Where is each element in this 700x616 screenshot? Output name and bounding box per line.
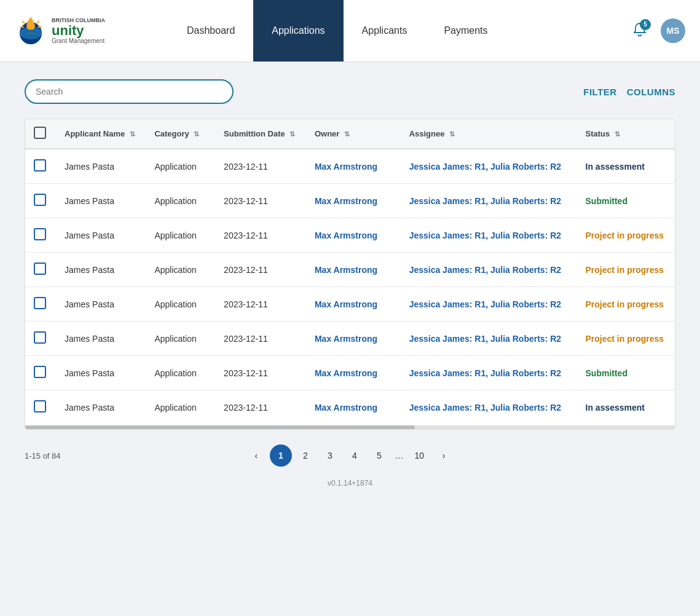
owner-link[interactable]: Max Armstrong bbox=[315, 368, 377, 378]
row-assignee[interactable]: Jessica James: R1, Julia Roberts: R2 bbox=[401, 287, 577, 322]
assignee-link[interactable]: Jessica James: R1, Julia Roberts: R2 bbox=[409, 368, 561, 378]
page-3-button[interactable]: 3 bbox=[319, 444, 341, 467]
row-checkbox[interactable] bbox=[34, 400, 46, 413]
owner-link[interactable]: Max Armstrong bbox=[315, 403, 377, 413]
row-checkbox[interactable] bbox=[34, 194, 46, 206]
filter-button[interactable]: FILTER bbox=[583, 87, 616, 97]
page-5-button[interactable]: 5 bbox=[368, 444, 390, 467]
row-checkbox[interactable] bbox=[34, 263, 46, 275]
notification-bell-button[interactable]: 5 bbox=[629, 19, 651, 43]
header-right: 5 MS bbox=[629, 18, 685, 43]
row-checkbox[interactable] bbox=[34, 159, 46, 172]
row-owner[interactable]: Max Armstrong bbox=[306, 253, 401, 287]
version-footer: v0.1.14+1874 bbox=[25, 479, 675, 488]
logo-text: BRITISH COLUMBIA unity Grant Management bbox=[52, 17, 105, 44]
scroll-thumb[interactable] bbox=[25, 425, 415, 429]
row-owner[interactable]: Max Armstrong bbox=[306, 390, 401, 425]
search-input[interactable] bbox=[25, 79, 234, 104]
main-content: FILTER COLUMNS Applicant Name ⇅ Category… bbox=[0, 62, 700, 505]
row-owner[interactable]: Max Armstrong bbox=[306, 322, 401, 356]
toolbar: FILTER COLUMNS bbox=[25, 79, 675, 104]
nav-applicants[interactable]: Applicants bbox=[344, 0, 426, 61]
status-badge: Submitted bbox=[586, 368, 627, 378]
status-badge: Project in progress bbox=[586, 265, 664, 275]
row-status: Project in progress bbox=[577, 322, 675, 356]
owner-link[interactable]: Max Armstrong bbox=[315, 299, 377, 309]
row-assignee[interactable]: Jessica James: R1, Julia Roberts: R2 bbox=[401, 149, 577, 184]
row-assignee[interactable]: Jessica James: R1, Julia Roberts: R2 bbox=[401, 184, 577, 218]
sort-name-icon: ⇅ bbox=[130, 130, 135, 138]
row-assignee[interactable]: Jessica James: R1, Julia Roberts: R2 bbox=[401, 356, 577, 390]
page-1-button[interactable]: 1 bbox=[270, 444, 292, 467]
row-checkbox-cell bbox=[25, 149, 56, 184]
row-category: Application bbox=[146, 253, 215, 287]
page-4-button[interactable]: 4 bbox=[344, 444, 366, 467]
row-checkbox-cell bbox=[25, 253, 56, 287]
owner-link[interactable]: Max Armstrong bbox=[315, 265, 377, 275]
pagination-row: 1-15 of 84 ‹ 1 2 3 4 5 ... 10 › bbox=[25, 444, 675, 467]
owner-link[interactable]: Max Armstrong bbox=[315, 162, 377, 172]
select-all-checkbox[interactable] bbox=[34, 127, 46, 139]
col-submission-date[interactable]: Submittion Date ⇅ bbox=[215, 119, 306, 149]
status-badge: Submitted bbox=[586, 196, 627, 206]
nav-dashboard[interactable]: Dashboard bbox=[168, 0, 253, 61]
assignee-link[interactable]: Jessica James: R1, Julia Roberts: R2 bbox=[409, 162, 561, 172]
col-applicant-name[interactable]: Applicant Name ⇅ bbox=[56, 119, 146, 149]
owner-link[interactable]: Max Armstrong bbox=[315, 334, 377, 344]
row-date: 2023-12-11 bbox=[215, 287, 306, 322]
page-10-button[interactable]: 10 bbox=[408, 444, 430, 467]
row-date: 2023-12-11 bbox=[215, 253, 306, 287]
row-owner[interactable]: Max Armstrong bbox=[306, 287, 401, 322]
row-assignee[interactable]: Jessica James: R1, Julia Roberts: R2 bbox=[401, 390, 577, 425]
row-owner[interactable]: Max Armstrong bbox=[306, 218, 401, 253]
row-date: 2023-12-11 bbox=[215, 356, 306, 390]
table-row: James Pasta Application 2023-12-11 Max A… bbox=[25, 390, 675, 425]
row-status: In assessment bbox=[577, 149, 675, 184]
assignee-link[interactable]: Jessica James: R1, Julia Roberts: R2 bbox=[409, 334, 561, 344]
svg-line-6 bbox=[22, 21, 25, 24]
table-header: Applicant Name ⇅ Category ⇅ Submittion D… bbox=[25, 119, 675, 149]
applications-table: Applicant Name ⇅ Category ⇅ Submittion D… bbox=[25, 119, 675, 430]
row-category: Application bbox=[146, 322, 215, 356]
columns-button[interactable]: COLUMNS bbox=[627, 87, 675, 97]
status-badge: Project in progress bbox=[586, 231, 664, 240]
row-checkbox-cell bbox=[25, 218, 56, 253]
row-name: James Pasta bbox=[56, 184, 146, 218]
row-status: Project in progress bbox=[577, 218, 675, 253]
unity-label: unity bbox=[52, 24, 105, 38]
row-owner[interactable]: Max Armstrong bbox=[306, 356, 401, 390]
status-badge: Project in progress bbox=[586, 299, 664, 309]
assignee-link[interactable]: Jessica James: R1, Julia Roberts: R2 bbox=[409, 231, 561, 240]
row-checkbox[interactable] bbox=[34, 228, 46, 240]
page-2-button[interactable]: 2 bbox=[294, 444, 317, 467]
col-assignee[interactable]: Assignee ⇅ bbox=[401, 119, 577, 149]
row-assignee[interactable]: Jessica James: R1, Julia Roberts: R2 bbox=[401, 322, 577, 356]
row-checkbox[interactable] bbox=[34, 331, 46, 344]
assignee-link[interactable]: Jessica James: R1, Julia Roberts: R2 bbox=[409, 299, 561, 309]
row-checkbox[interactable] bbox=[34, 366, 46, 378]
row-checkbox-cell bbox=[25, 184, 56, 218]
row-checkbox[interactable] bbox=[34, 297, 46, 309]
row-checkbox-cell bbox=[25, 356, 56, 390]
col-owner[interactable]: Owner ⇅ bbox=[306, 119, 401, 149]
page-prev-button[interactable]: ‹ bbox=[245, 444, 267, 467]
assignee-link[interactable]: Jessica James: R1, Julia Roberts: R2 bbox=[409, 265, 561, 275]
row-owner[interactable]: Max Armstrong bbox=[306, 149, 401, 184]
assignee-link[interactable]: Jessica James: R1, Julia Roberts: R2 bbox=[409, 403, 561, 413]
status-badge: In assessment bbox=[586, 162, 645, 172]
assignee-link[interactable]: Jessica James: R1, Julia Roberts: R2 bbox=[409, 196, 561, 206]
nav-applications[interactable]: Applications bbox=[253, 0, 343, 61]
notification-count: 5 bbox=[640, 19, 651, 30]
col-category[interactable]: Category ⇅ bbox=[146, 119, 215, 149]
nav-payments[interactable]: Payments bbox=[425, 0, 506, 61]
user-avatar[interactable]: MS bbox=[661, 18, 685, 43]
col-status[interactable]: Status ⇅ bbox=[577, 119, 675, 149]
page-next-button[interactable]: › bbox=[433, 444, 455, 467]
row-assignee[interactable]: Jessica James: R1, Julia Roberts: R2 bbox=[401, 218, 577, 253]
status-badge: Project in progress bbox=[586, 334, 664, 344]
row-assignee[interactable]: Jessica James: R1, Julia Roberts: R2 bbox=[401, 253, 577, 287]
sort-cat-icon: ⇅ bbox=[194, 130, 199, 138]
row-owner[interactable]: Max Armstrong bbox=[306, 184, 401, 218]
owner-link[interactable]: Max Armstrong bbox=[315, 196, 377, 206]
owner-link[interactable]: Max Armstrong bbox=[315, 231, 377, 240]
